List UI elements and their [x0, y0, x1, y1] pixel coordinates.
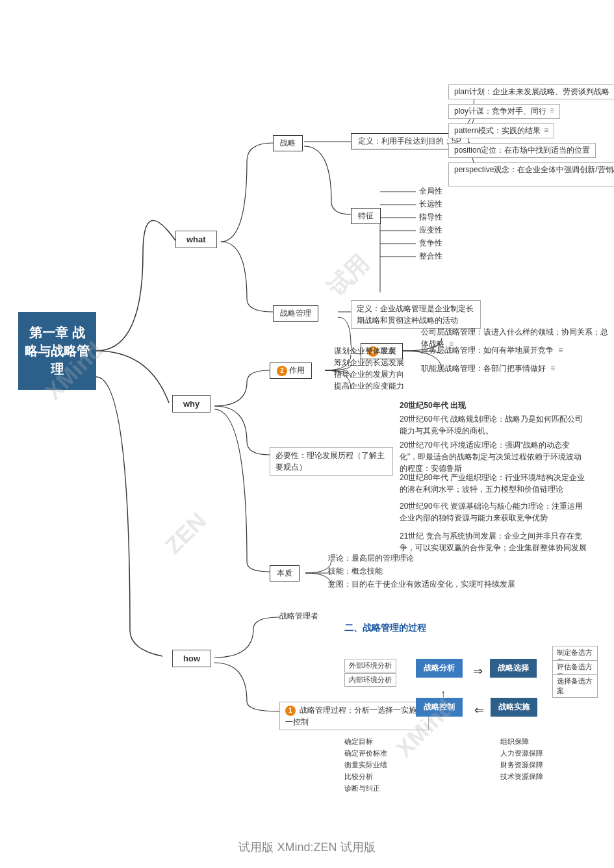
node-necessity: 必要性：理论发展历程（了解主要观点） — [270, 447, 393, 476]
process-diagram-container: 二、战略管理的过程 外部环境分析 内部环境分析 战略分析 ⇒ 战略选择 制定备选… — [344, 622, 598, 821]
impl-item-4: 技术资源保障 — [500, 772, 543, 782]
badge-effects: 2 — [277, 366, 287, 376]
node-effects: 2 作用 — [270, 363, 312, 379]
arrow-right-1: ⇒ — [473, 664, 483, 678]
5p-plan: plan计划：企业未来发展战略、劳资谈判战略 — [448, 84, 614, 99]
impl-item-2: 人力资源保障 — [500, 748, 543, 758]
central-node: 第一章 战略与战略管理 — [18, 312, 96, 390]
control-item-3: 衡量实际业绩 — [344, 760, 387, 770]
necessity-4: 20世纪80年代 产业组织理论：行业环境/结构决定企业的潜在利润水平；波特，五力… — [400, 472, 588, 495]
impl-item-3: 财务资源保障 — [500, 760, 543, 770]
essence-2: 技能：概念技能 — [328, 566, 383, 577]
strategic-control-box: 战略控制 — [416, 698, 463, 717]
char-6: 整合性 — [419, 251, 442, 262]
node-strategy-management: 战略管理 — [273, 305, 318, 322]
strategic-analysis-box: 战略分析 — [416, 659, 463, 678]
badge-process: 1 — [285, 706, 296, 716]
external-analysis: 外部环境分析 — [344, 659, 396, 672]
essence-1: 理论：最高层的管理理论 — [328, 553, 414, 564]
strategic-impl-box: 战略实施 — [491, 698, 537, 717]
strategic-choice-box: 战略选择 — [490, 659, 537, 678]
control-item-5: 诊断与纠正 — [344, 784, 380, 793]
effect-1: 谋划企业整体发展 — [334, 346, 396, 357]
effect-4: 提高企业的应变能力 — [334, 381, 404, 392]
control-item-2: 确定评价标准 — [344, 748, 387, 758]
arrow-left: ⇐ — [474, 703, 484, 717]
impl-item-1: 组织保障 — [500, 737, 529, 747]
necessity-5: 20世纪90年代 资源基础论与核心能力理论：注重运用企业内部的独特资源与能力来获… — [400, 500, 588, 524]
char-2: 长远性 — [419, 199, 442, 210]
diagram-title: 二、战略管理的过程 — [344, 622, 598, 634]
node-sm-definition: 定义：企业战略管理是企业制定长期战略和贯彻这种战略的活动 — [351, 300, 481, 329]
node-characteristics: 特征 — [351, 208, 381, 224]
5p-position: position定位：在市场中找到适当的位置 — [448, 143, 596, 158]
node-essence: 本质 — [270, 565, 300, 581]
char-5: 竞争性 — [419, 238, 442, 249]
essence-3: 意图：目的在于使企业有效适应变化，实现可持续发展 — [328, 579, 515, 590]
effect-3: 指导企业的发展方向 — [334, 369, 404, 380]
level-2: 业务层战略管理：如何有举地展开竞争 ≡ — [421, 344, 563, 356]
necessity-3: 20世纪70年代 环境适应理论：强调"战略的动态变化"，即最适合的战略制定与决策… — [400, 439, 588, 474]
watermark-bottom: 试用版 XMind:ZEN 试用版 — [238, 839, 375, 855]
control-item-1: 确定目标 — [344, 737, 373, 747]
5p-pattern: pattern模式：实践的结果 ≡ — [448, 123, 554, 138]
topic-what: what — [175, 231, 217, 248]
internal-analysis: 内部环境分析 — [344, 673, 396, 687]
watermark-3: 试用 — [320, 248, 376, 304]
char-4: 应变性 — [419, 225, 442, 236]
necessity-2: 20世纪60年代 战略规划理论：战略乃是如何匹配公司能力与其竞争环境的商机。 — [400, 413, 588, 437]
watermark-2: ZEN — [160, 507, 212, 560]
alt-3: 选择备选方案 — [552, 674, 598, 698]
necessity-1: 20世纪50年代 出现 — [400, 400, 466, 411]
control-item-4: 比较分析 — [344, 772, 373, 782]
char-1: 全局性 — [419, 186, 442, 197]
5p-perspective: perspective观念：在企业全体中强调创新/营销/技术 ≡ — [448, 162, 614, 186]
necessity-6: 21世纪 竞合与系统协同发展：企业之间并非只存在竞争，可以实现双赢的合作竞争；企… — [400, 530, 588, 554]
effect-2: 筹划企业的长远发展 — [334, 357, 404, 368]
char-3: 指导性 — [419, 212, 442, 223]
5p-ploy: ploy计谋：竞争对手、同行 ≡ — [448, 104, 560, 119]
topic-why: why — [172, 395, 211, 413]
topic-how: how — [172, 650, 211, 667]
node-strategy: 战略 — [273, 135, 303, 151]
node-strategy-manager: 战略管理者 — [279, 611, 318, 622]
level-3: 职能层战略管理：各部门把事情做好 ≡ — [421, 363, 555, 374]
